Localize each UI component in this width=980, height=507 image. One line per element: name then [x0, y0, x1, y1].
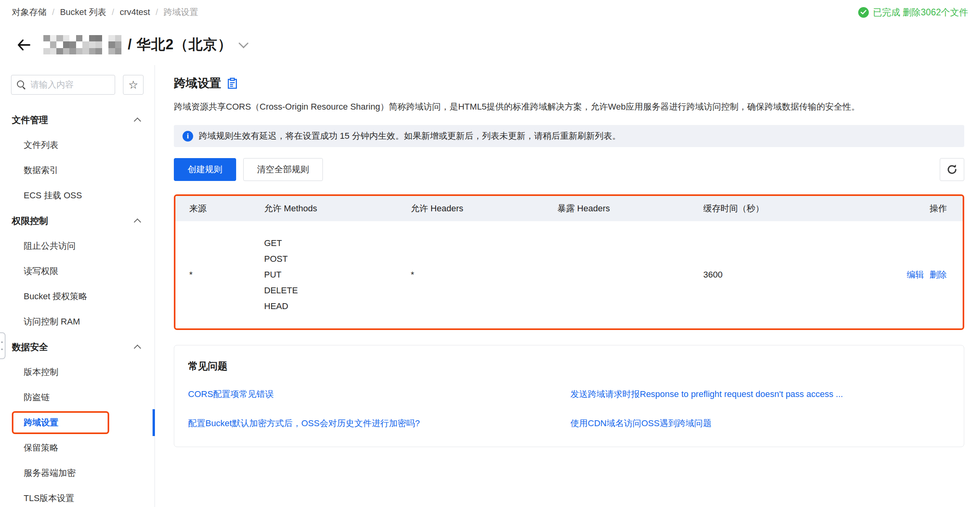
table-header-row: 来源 允许 Methods 允许 Headers 暴露 Headers 缓存时间… [175, 196, 963, 221]
breadcrumb: 对象存储 / Bucket 列表 / crv4test / 跨域设置 [12, 6, 198, 18]
clear-all-rules-button[interactable]: 清空全部规则 [243, 158, 323, 181]
breadcrumb-separator: / [112, 7, 114, 17]
chevron-down-icon[interactable] [238, 38, 248, 48]
sidebar-item-block-public-access[interactable]: 阻止公共访问 [0, 233, 155, 259]
breadcrumb-item-current: 跨域设置 [164, 6, 198, 18]
sidebar-item-cors-settings[interactable]: 跨域设置 [0, 410, 155, 435]
sidebar-item-label: 跨域设置 [24, 417, 58, 429]
page-header: / 华北2（北京） [0, 24, 980, 65]
nav-group-label: 文件管理 [12, 114, 48, 126]
column-header-methods: 允许 Methods [264, 203, 411, 214]
task-status-badge[interactable]: 已完成 删除3062个文件 [858, 6, 968, 19]
breadcrumb-separator: / [52, 7, 54, 17]
star-icon: ☆ [128, 78, 138, 91]
clipboard-doc-icon[interactable] [227, 78, 237, 89]
sidebar: ☆ 文件管理 文件列表 数据索引 ECS 挂载 OSS 权限控制 阻止公共访问 … [0, 65, 155, 507]
nav-group-data-security[interactable]: 数据安全 [0, 334, 155, 360]
sidebar-search[interactable] [11, 75, 115, 95]
column-header-actions: 操作 [861, 203, 947, 214]
search-icon [17, 80, 26, 89]
chevron-up-icon [134, 345, 141, 352]
breadcrumb-item-bucket-list[interactable]: Bucket 列表 [60, 6, 106, 18]
toolbar: 创建规则 清空全部规则 [174, 158, 964, 181]
method-item: PUT [264, 267, 411, 283]
column-header-exposed-headers: 暴露 Headers [557, 203, 703, 214]
cell-methods: GET POST PUT DELETE HEAD [264, 235, 411, 314]
nav-group-label: 权限控制 [12, 215, 48, 227]
faq-link-cdn-cors[interactable]: 使用CDN域名访问OSS遇到跨域问题 [570, 418, 950, 429]
faq-title: 常见问题 [188, 360, 950, 373]
faq-card: 常见问题 CORS配置项常见错误 发送跨域请求时报Response to pre… [174, 345, 964, 447]
method-item: DELETE [264, 283, 411, 298]
nav-group-access-control[interactable]: 权限控制 [0, 208, 155, 233]
nav-group-file-management[interactable]: 文件管理 [0, 107, 155, 132]
refresh-icon [946, 163, 958, 176]
info-banner-text: 跨域规则生效有延迟，将在设置成功 15 分钟内生效。如果新增或更新后，列表未更新… [199, 130, 621, 142]
redacted-bucket-name [43, 35, 121, 55]
nav-group-label: 数据安全 [12, 341, 48, 353]
column-header-cache-time: 缓存时间（秒） [703, 203, 861, 214]
info-icon: i [183, 131, 193, 142]
faq-link-bucket-encryption[interactable]: 配置Bucket默认加密方式后，OSS会对历史文件进行加密吗? [188, 418, 570, 429]
cors-description: 跨域资源共享CORS（Cross-Origin Resource Sharing… [174, 100, 964, 113]
column-header-source: 来源 [189, 203, 264, 214]
sidebar-item-read-write-acl[interactable]: 读写权限 [0, 259, 155, 284]
breadcrumb-item-bucket[interactable]: crv4test [120, 7, 150, 17]
favorite-star-button[interactable]: ☆ [123, 75, 143, 95]
sidebar-item-server-side-encryption[interactable]: 服务器端加密 [0, 460, 155, 486]
back-arrow-button[interactable] [15, 36, 32, 54]
sidebar-item-hotlink-protection[interactable]: 防盗链 [0, 385, 155, 410]
column-header-allowed-headers: 允许 Headers [411, 203, 557, 214]
top-bar: 对象存储 / Bucket 列表 / crv4test / 跨域设置 已完成 删… [0, 0, 980, 24]
sidebar-collapse-handle[interactable] [0, 332, 6, 359]
faq-link-cors-errors[interactable]: CORS配置项常见错误 [188, 388, 570, 400]
cell-source: * [189, 270, 264, 280]
method-item: POST [264, 251, 411, 267]
breadcrumb-item-oss[interactable]: 对象存储 [12, 6, 47, 18]
method-item: GET [264, 235, 411, 251]
table-row: * GET POST PUT DELETE HEAD * 3600 编辑 删除 [175, 221, 963, 328]
sidebar-item-ram-access-control[interactable]: 访问控制 RAM [0, 309, 155, 334]
sidebar-item-bucket-policy[interactable]: Bucket 授权策略 [0, 284, 155, 309]
chevron-up-icon [134, 218, 141, 226]
sidebar-item-retention-policy[interactable]: 保留策略 [0, 435, 155, 460]
breadcrumb-separator: / [156, 7, 158, 17]
edit-rule-link[interactable]: 编辑 [907, 269, 924, 281]
cell-allowed-headers: * [411, 270, 557, 280]
cors-rules-table: 来源 允许 Methods 允许 Headers 暴露 Headers 缓存时间… [174, 194, 964, 330]
chevron-up-icon [134, 117, 141, 125]
delete-rule-link[interactable]: 删除 [930, 269, 947, 281]
bucket-region-title: / 华北2（北京） [128, 35, 232, 54]
active-item-indicator [153, 409, 155, 436]
search-input[interactable] [30, 80, 109, 90]
task-status-text: 已完成 删除3062个文件 [873, 6, 968, 19]
refresh-button[interactable] [940, 158, 964, 181]
info-banner: i 跨域规则生效有延迟，将在设置成功 15 分钟内生效。如果新增或更新后，列表未… [174, 125, 964, 147]
sidebar-item-versioning[interactable]: 版本控制 [0, 360, 155, 385]
create-rule-button[interactable]: 创建规则 [174, 158, 236, 181]
sidebar-nav: 文件管理 文件列表 数据索引 ECS 挂载 OSS 权限控制 阻止公共访问 读写… [0, 107, 155, 507]
sidebar-item-data-indexing[interactable]: 数据索引 [0, 158, 155, 183]
page-title: 跨域设置 [174, 75, 221, 91]
check-circle-icon [858, 7, 869, 18]
main-content: 跨域设置 跨域资源共享CORS（Cross-Origin Resource Sh… [155, 65, 980, 507]
sidebar-item-tls-version[interactable]: TLS版本设置 [0, 486, 155, 507]
cell-cache-seconds: 3600 [703, 270, 861, 280]
sidebar-item-ecs-mount-oss[interactable]: ECS 挂载 OSS [0, 183, 155, 208]
faq-link-preflight[interactable]: 发送跨域请求时报Response to preflight request do… [570, 388, 950, 400]
sidebar-item-file-list[interactable]: 文件列表 [0, 132, 155, 158]
method-item: HEAD [264, 298, 411, 314]
